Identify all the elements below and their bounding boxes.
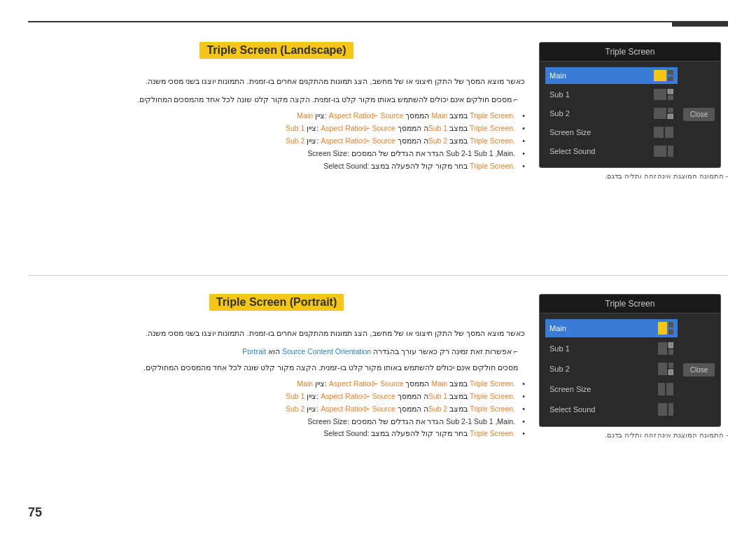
list-item: .Triple Screen במצב Main הממסך Aspect Ra… [28,110,525,122]
svg-rect-5 [668,95,673,100]
portrait-content: Triple Screen (Portrait) כאשר מוצא המסך … [28,287,525,511]
panel-icon-main [654,70,673,81]
panel-item-label-screensize: Screen Size [550,128,591,136]
landscape-content: Triple Screen (Landscape) כאשר מוצא המסך… [28,35,525,252]
svg-rect-13 [658,322,667,335]
panel-item-label-sub2-p: Sub 2 [550,365,570,373]
panel-item-label-screensize-p: Screen Size [550,385,591,393]
svg-rect-23 [666,383,673,395]
portrait-section: Triple Screen (Portrait) כאשר מוצא המסך … [28,287,728,511]
panel-title-landscape: Triple Screen [540,43,720,62]
panel-icon-screensize-p [658,383,673,395]
panel-item-sub1-p[interactable]: Sub 1 [545,339,678,358]
svg-rect-14 [668,322,673,328]
list-item: .Triple Screen בחר מקור קול להפעלה במצב … [28,428,525,440]
svg-rect-22 [658,383,665,395]
panel-item-sub2[interactable]: Sub 2 [545,105,678,122]
svg-rect-7 [668,108,673,113]
portrait-desc-note: מסכים חולקים אינם יכולים להשתמש באותו מק… [28,362,525,374]
svg-rect-0 [654,70,666,81]
panel-item-selectsound-p[interactable]: Select Sound [545,400,678,419]
svg-rect-21 [668,370,673,375]
panel-item-screensize[interactable]: Screen Size [545,124,678,141]
svg-rect-18 [668,349,673,355]
page-container: Triple Screen (Landscape) כאשר מוצא המסך… [0,0,756,534]
svg-rect-11 [654,146,666,157]
close-button-portrait[interactable]: Close [683,363,715,377]
list-item: .Triple Screen במצב Main הממסך Aspect Ra… [28,378,525,391]
panel-title-portrait: Triple Screen [540,295,720,314]
svg-rect-6 [654,108,666,119]
portrait-desc-main: כאשר מוצא המסך של התקן חיצוני או של מחשב… [28,328,525,340]
page-number: 75 [28,505,42,520]
landscape-title: Triple Screen (Landscape) [200,42,353,59]
svg-rect-9 [654,127,664,138]
portrait-footer-note: - התמונה המוצגת אינה זהה ותליה בדגם. [539,431,728,439]
right-accent [672,21,728,27]
landscape-section: Triple Screen (Landscape) כאשר מוצא המסך… [28,35,728,252]
close-button-landscape[interactable]: Close [683,108,715,121]
svg-rect-19 [658,363,667,375]
panel-icon-sub1 [654,89,673,100]
panel-item-sub1[interactable]: Sub 1 [545,86,678,103]
panel-items-landscape: Main Sub 1 [545,67,678,162]
panel-item-selectsound[interactable]: Select Sound [545,143,678,160]
landscape-footer-note: - התמונה המוצגת אינה זהה ותליה בדגם. [539,172,728,180]
list-item: .Triple Screen במצב Sub 1ה הממסך Aspect … [28,391,525,403]
panel-icon-screensize [654,127,673,138]
panel-icon-selectsound-p [658,403,673,416]
svg-rect-25 [668,403,673,416]
panel-item-label-main-p: Main [550,324,566,332]
panel-body-portrait: Main Sub 1 [540,314,720,426]
svg-rect-1 [668,70,673,75]
landscape-bullet-list: .Triple Screen במצב Main הממסך Aspect Ra… [28,110,525,172]
panel-item-label-main: Main [550,71,566,80]
panel-item-label-sub2: Sub 2 [550,109,570,118]
panel-icon-selectsound [654,146,673,157]
list-item: .Sub 2-1 Sub 1 ,Main הגדר את הגדלים של ה… [28,148,525,160]
svg-rect-24 [658,403,667,416]
panel-item-main-p[interactable]: Main [545,319,678,337]
landscape-ui-area: Triple Screen Main [539,35,728,252]
portrait-panel: Triple Screen Main [539,294,721,427]
top-border [28,21,728,22]
panel-item-label-sub1: Sub 1 [550,90,570,99]
svg-rect-10 [665,127,673,138]
svg-rect-4 [668,89,673,94]
panel-item-main[interactable]: Main [545,67,678,84]
svg-rect-17 [668,342,673,348]
svg-rect-12 [668,146,673,157]
list-item: .Triple Screen במצב Sub 2ה הממסך Aspect … [28,403,525,416]
mid-separator [28,275,728,276]
list-item: .Triple Screen במצב Sub 1ה הממסך Aspect … [28,122,525,135]
list-item: .Sub 2-1 Sub 1 ,Main הגדר את הגדלים של ה… [28,416,525,428]
panel-icon-sub1-p [658,342,673,355]
portrait-title: Triple Screen (Portrait) [209,294,344,311]
panel-item-label-selectsound: Select Sound [550,147,595,155]
panel-icon-sub2-p [658,363,673,375]
svg-rect-15 [668,329,673,335]
portrait-bullet-list: .Triple Screen במצב Main הממסך Aspect Ra… [28,378,525,440]
landscape-desc-main: כאשר מוצא המסך של התקן חיצוני או של מחשב… [28,76,525,88]
panel-icon-sub2 [654,108,673,119]
portrait-desc-note2: ⌐ אפשרות זאת זמינה רק כאשר עורך בהגדרה S… [28,346,525,358]
landscape-panel: Triple Screen Main [539,42,721,168]
portrait-ui-area: Triple Screen Main [539,287,728,511]
svg-rect-8 [668,114,673,119]
svg-rect-3 [654,89,666,100]
panel-item-sub2-p[interactable]: Sub 2 [545,360,678,378]
panel-icon-main-p [658,322,673,335]
svg-rect-2 [668,76,673,81]
panel-items-portrait: Main Sub 1 [545,319,678,421]
svg-rect-16 [658,342,667,355]
list-item: .Triple Screen במצב Sub 2ה הממסך Aspect … [28,135,525,148]
svg-rect-20 [668,363,673,368]
panel-item-label-selectsound-p: Select Sound [550,405,595,414]
panel-item-label-sub1-p: Sub 1 [550,344,570,353]
landscape-desc-note: ⌐ מסכים חולקים אינם יכולים להשתמש באותו … [28,94,525,106]
panel-item-screensize-p[interactable]: Screen Size [545,380,678,398]
panel-body-landscape: Main Sub 1 [540,62,720,167]
list-item: .Triple Screen בחר מקור קול להפעלה במצב … [28,160,525,173]
